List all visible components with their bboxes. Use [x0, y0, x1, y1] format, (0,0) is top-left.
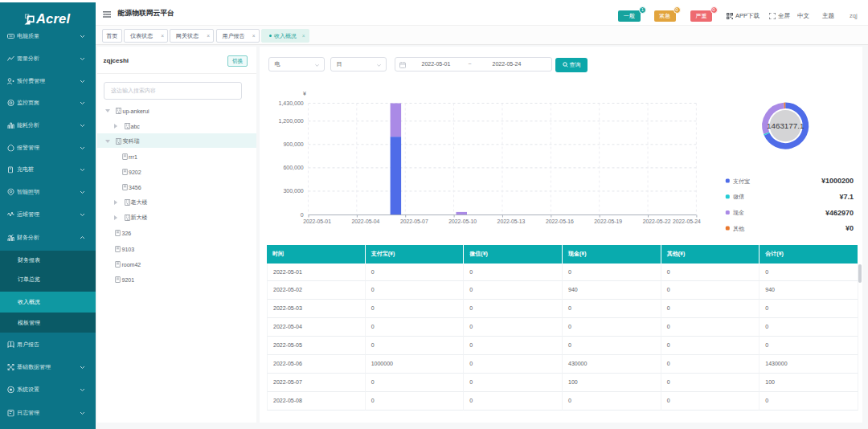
svg-text:900,000: 900,000	[283, 141, 303, 147]
svg-text:1,200,000: 1,200,000	[278, 118, 303, 124]
svg-text:2022-05-13: 2022-05-13	[497, 219, 525, 224]
svg-text:2022-05-07: 2022-05-07	[399, 219, 428, 224]
svg-text:2022-05-01: 2022-05-01	[303, 219, 331, 224]
svg-text:现金: 现金	[733, 210, 744, 216]
svg-text:¥7.1: ¥7.1	[839, 193, 854, 201]
svg-text:1463177.1: 1463177.1	[767, 121, 804, 130]
svg-text:600,000: 600,000	[283, 165, 303, 170]
svg-text:支付宝: 支付宝	[733, 178, 750, 185]
svg-text:2022-05-22: 2022-05-22	[642, 219, 670, 224]
svg-text:2022-05-10: 2022-05-10	[448, 219, 477, 224]
svg-text:¥1000200: ¥1000200	[821, 177, 853, 185]
svg-text:1,430,000: 1,430,000	[278, 100, 303, 106]
svg-text:¥: ¥	[303, 91, 306, 96]
svg-text:2022-05-04: 2022-05-04	[351, 219, 379, 224]
svg-text:2022-05-19: 2022-05-19	[594, 219, 622, 224]
svg-text:300,000: 300,000	[283, 188, 303, 194]
svg-text:2022-05-16: 2022-05-16	[545, 219, 573, 224]
svg-text:¥462970: ¥462970	[825, 209, 853, 217]
svg-text:2022-05-24: 2022-05-24	[673, 219, 701, 224]
svg-text:¥0: ¥0	[845, 224, 853, 232]
svg-text:0: 0	[300, 212, 303, 218]
svg-text:微信: 微信	[733, 194, 744, 200]
svg-text:其他: 其他	[733, 226, 745, 232]
